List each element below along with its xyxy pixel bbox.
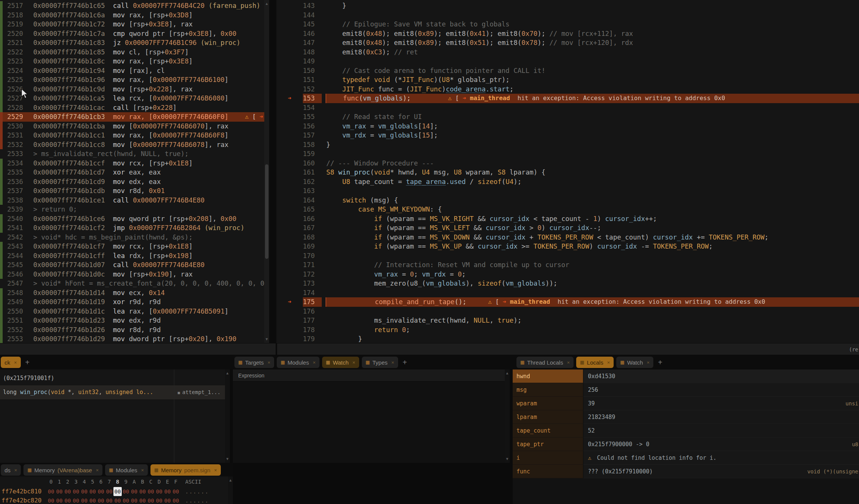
disasm-line[interactable]: 25350x00007ff7746b1cd7 xor eax, eax xyxy=(0,168,269,177)
memory-byte[interactable]: 00 xyxy=(72,487,80,496)
disasm-line[interactable]: 2547> void* hFont = ms_create_font_a(20,… xyxy=(0,279,269,288)
source-line[interactable]: 173 mem_zero(u8_(vm_globals), sizeof(vm_… xyxy=(276,279,859,288)
source-line[interactable]: 152 JIT_Func func = (JIT_Func)code_arena… xyxy=(276,85,859,94)
disasm-line[interactable]: 25240x00007ff7746b1c94 mov [rax], cl xyxy=(0,66,269,76)
source-line[interactable]: 176 xyxy=(276,307,859,316)
tab-memory-varena-base[interactable]: ▦Memory(VArena)base× xyxy=(23,464,102,476)
memory-byte[interactable]: 00 xyxy=(105,487,113,496)
tab-close-icon[interactable]: × xyxy=(14,467,17,473)
disasm-line[interactable]: 25250x00007ff7746b1c96 mov rax, [0x00007… xyxy=(0,75,269,85)
memory-byte[interactable]: 00 xyxy=(47,496,55,504)
disasm-line[interactable]: 25200x00007ff7746b1c7a cmp qword ptr [rs… xyxy=(0,29,269,39)
memory-byte[interactable]: 00 xyxy=(130,496,138,504)
memory-row[interactable]: ff7e42bc82000000000000000000000000000000… xyxy=(0,496,233,504)
disasm-line[interactable]: 25260x00007ff7746b1c9d mov [rsp+0x228], … xyxy=(0,85,269,94)
scroll-up-icon[interactable]: ▲ xyxy=(264,1,269,7)
disasm-line[interactable]: 25430x00007ff7746b1cf7 mov rcx, [rsp+0x1… xyxy=(0,242,269,251)
memory-byte[interactable]: 00 xyxy=(163,496,172,504)
memory-byte[interactable]: 00 xyxy=(138,487,147,496)
disasm-line[interactable]: 25210x00007ff7746b1c83 jz 0x00007FF7746B… xyxy=(0,38,269,48)
memory-scrollbar[interactable]: ▲ xyxy=(228,476,233,504)
memory-byte[interactable]: 00 xyxy=(138,496,147,504)
source-line[interactable]: 150 // Cast code arena to function point… xyxy=(276,66,859,76)
source-code-panel[interactable]: 143 }144145 // Epilogue: Save VM state b… xyxy=(276,0,859,343)
source-line[interactable]: 165 case MS_WM_KEYDOWN: { xyxy=(276,205,859,214)
tab-close-icon[interactable]: × xyxy=(607,360,610,365)
disasm-line[interactable]: 25290x00007ff7746b1cb3 mov rax, [0x00007… xyxy=(0,112,269,122)
tab-close-icon[interactable]: × xyxy=(14,360,17,365)
locals-row[interactable]: msg256 xyxy=(513,383,859,397)
disasm-line[interactable]: 25480x00007ff7746b1d14 mov ecx, 0x14 xyxy=(0,288,269,298)
source-line[interactable]: 174 xyxy=(276,288,859,298)
disasm-line[interactable]: 25230x00007ff7746b1c8c mov rax, [rsp+0x3… xyxy=(0,57,269,66)
tab-close-icon[interactable]: × xyxy=(647,360,650,365)
source-line[interactable]: 155 // Read state for UI xyxy=(276,112,859,122)
memory-byte[interactable]: 00 xyxy=(155,496,163,504)
source-line[interactable]: 163 xyxy=(276,186,859,196)
disasm-line[interactable]: 2542> void* hdc = ms_begin_paint(hwnd, &… xyxy=(0,233,269,242)
locals-row[interactable]: wparam39unsi xyxy=(513,397,859,410)
disasm-line[interactable]: 25440x00007ff7746b1cff lea rdx, [rsp+0x1… xyxy=(0,251,269,261)
source-line[interactable]: 170 xyxy=(276,251,859,261)
memory-byte[interactable]: 00 xyxy=(80,496,88,504)
disasm-line[interactable]: 25530x00007ff7746b1d29 mov dword ptr [rs… xyxy=(0,334,269,343)
tab-watch[interactable]: ▦Watch× xyxy=(616,357,653,368)
disasm-line[interactable]: 25520x00007ff7746b1d26 mov r8d, r9d xyxy=(0,325,269,335)
disasm-line[interactable]: 25300x00007ff7746b1cba mov [0x00007FF774… xyxy=(0,122,269,131)
tab-close-icon[interactable]: × xyxy=(141,467,144,473)
memory-byte[interactable]: 00 xyxy=(64,487,72,496)
source-line[interactable]: 177 ms_invalidate_rect(hwnd, NULL, true)… xyxy=(276,316,859,325)
disasm-line[interactable]: 25220x00007ff7746b1c85 mov cl, [rsp+0x3F… xyxy=(0,48,269,57)
disasm-line[interactable]: 25190x00007ff7746b1c72 mov [rsp+0x3E8], … xyxy=(0,20,269,29)
tab-locals[interactable]: ▦Locals× xyxy=(576,357,614,368)
tab-close-icon[interactable]: × xyxy=(214,467,217,473)
disasm-line[interactable]: 25310x00007ff7746b1cc1 mov rax, [0x00007… xyxy=(0,131,269,140)
new-tab-button[interactable]: + xyxy=(403,358,407,367)
source-line[interactable]: 151 typedef void (*JIT_Func)(U8* globals… xyxy=(276,75,859,85)
callstack-frame[interactable]: long win_proc(void *, uint32, unsigned l… xyxy=(0,385,230,399)
disasm-line[interactable]: 25170x00007ff7746b1c65 call 0x00007FF774… xyxy=(0,1,269,11)
disasm-line[interactable]: 25450x00007ff7746b1d07 call 0x00007FF774… xyxy=(0,260,269,270)
disasm-line[interactable]: 25280x00007ff7746b1cac call [rsp+0x228] xyxy=(0,103,269,113)
source-line[interactable]: 158} xyxy=(276,140,859,150)
tab-targets[interactable]: ▦Targets× xyxy=(234,357,274,368)
disasm-line[interactable]: 2539> return 0; xyxy=(0,205,269,214)
memory-byte[interactable]: 00 xyxy=(113,487,122,496)
scroll-down-icon[interactable]: ▼ xyxy=(505,456,510,462)
disasm-line[interactable]: 25510x00007ff7746b1d23 mov edx, r9d xyxy=(0,316,269,325)
source-line[interactable]: 147 emit8(0x48); emit8(0x89); emit8(0x51… xyxy=(276,38,859,48)
source-line[interactable]: 149 xyxy=(276,57,859,66)
tab-close-icon[interactable]: × xyxy=(96,467,99,473)
memory-byte[interactable]: 00 xyxy=(55,487,64,496)
tab-ds[interactable]: ds× xyxy=(1,464,21,476)
memory-byte[interactable]: 00 xyxy=(97,496,105,504)
disasm-line[interactable]: 25340x00007ff7746b1ccf mov rcx, [rsp+0x1… xyxy=(0,159,269,168)
scroll-up-icon[interactable]: ▲ xyxy=(225,370,230,376)
tab-ck[interactable]: ck× xyxy=(1,357,21,368)
source-line[interactable]: ➔175 compile_and_run_tape();⚠ [ ➔ main_t… xyxy=(276,297,859,307)
source-line[interactable]: 164 switch (msg) { xyxy=(276,196,859,205)
disasm-line[interactable]: 25360x00007ff7746b1cd9 mov edx, eax xyxy=(0,177,269,187)
disasm-scrollbar[interactable]: ▲ ▼ xyxy=(264,0,269,343)
source-line[interactable]: 146 emit8(0x48); emit8(0x89); emit8(0x41… xyxy=(276,29,859,39)
memory-byte[interactable]: 00 xyxy=(163,487,172,496)
memory-byte[interactable]: 00 xyxy=(88,496,97,504)
memory-byte[interactable]: 00 xyxy=(64,496,72,504)
memory-byte[interactable]: 00 xyxy=(122,496,130,504)
memory-byte[interactable]: 00 xyxy=(172,487,180,496)
memory-byte[interactable]: 00 xyxy=(47,487,55,496)
tab-close-icon[interactable]: × xyxy=(268,360,271,365)
disasm-line[interactable]: 25460x00007ff7746b1d0c mov [rsp+0x190], … xyxy=(0,270,269,279)
new-tab-button[interactable]: + xyxy=(658,358,662,367)
source-line[interactable]: 168 if (wparam == MS_VK_DOWN && cursor_i… xyxy=(276,233,859,242)
scroll-down-icon[interactable]: ▼ xyxy=(225,456,230,462)
memory-byte[interactable]: 00 xyxy=(122,487,130,496)
watch-scrollbar[interactable]: ▲ ▼ xyxy=(505,369,510,463)
locals-row[interactable]: tape_ptr0x215f7900000 -> 0u8 xyxy=(513,438,859,451)
source-line[interactable]: 166 if (wparam == MS_VK_RIGHT && cursor_… xyxy=(276,214,859,224)
disassembly-panel[interactable]: 25170x00007ff7746b1c65 call 0x00007FF774… xyxy=(0,0,269,343)
source-line[interactable]: 148 emit8(0xC3); // ret xyxy=(276,48,859,57)
disasm-line[interactable]: 25400x00007ff7746b1ce6 mov qword ptr [rs… xyxy=(0,214,269,224)
memory-byte[interactable]: 00 xyxy=(147,487,155,496)
tab-close-icon[interactable]: × xyxy=(352,360,355,365)
